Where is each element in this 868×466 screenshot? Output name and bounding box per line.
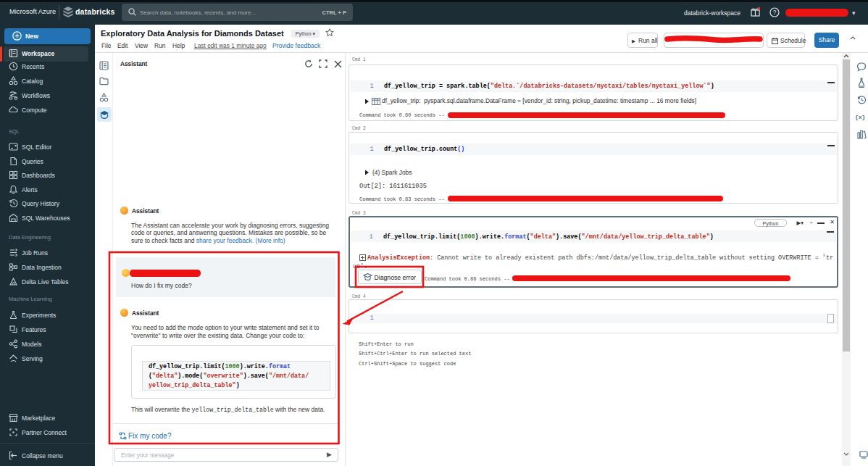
svg-text:?: ? xyxy=(773,9,777,16)
